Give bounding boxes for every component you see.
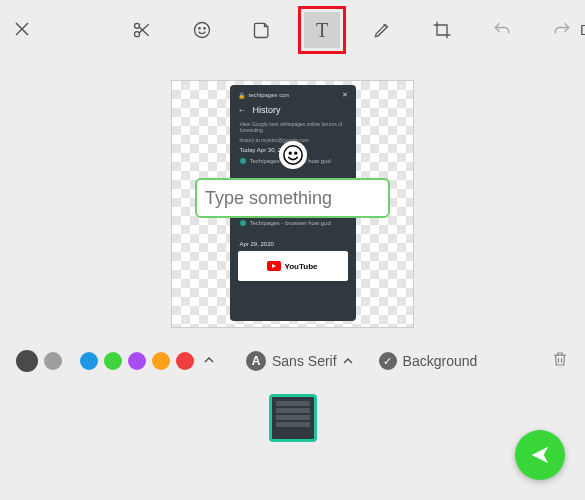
svg-point-7 [199, 28, 200, 29]
undo-icon [492, 20, 512, 40]
text-tool[interactable]: T [304, 12, 340, 48]
editor-canvas[interactable]: 🔒 techipages con ✕ ←History View Google … [171, 80, 414, 328]
background-label: Background [403, 353, 478, 369]
svg-point-11 [294, 152, 296, 154]
image-thumbnail[interactable] [269, 394, 317, 442]
image-date3: Apr 29, 2020 [234, 239, 352, 249]
color-swatch-dark[interactable] [16, 350, 38, 372]
text-style-bar: A Sans Serif ✓ Background [0, 338, 585, 384]
image-close-icon: ✕ [342, 91, 348, 99]
image-blurb1: View Google best whitepages online forum… [234, 119, 352, 135]
image-item2: Techipages - browser how god [250, 220, 331, 226]
background-toggle[interactable]: ✓ Background [379, 352, 478, 370]
toolbar: T Done [0, 0, 585, 60]
crop-tool[interactable] [424, 12, 460, 48]
pencil-icon [372, 20, 392, 40]
svg-point-10 [289, 152, 291, 154]
color-swatch-orange[interactable] [152, 352, 170, 370]
send-icon [529, 444, 551, 466]
undo-button[interactable] [484, 12, 520, 48]
youtube-icon [267, 261, 281, 271]
color-swatch-red[interactable] [176, 352, 194, 370]
close-icon [15, 22, 29, 36]
image-site-label: techipages con [249, 92, 289, 98]
text-input-box[interactable] [195, 178, 390, 218]
trash-icon [551, 350, 569, 368]
smiley-sticker[interactable] [279, 141, 307, 169]
redo-icon [552, 20, 572, 40]
color-swatch-green[interactable] [104, 352, 122, 370]
font-label: Sans Serif [272, 353, 337, 369]
font-icon: A [246, 351, 266, 371]
chevron-up-icon [204, 355, 214, 365]
redo-button[interactable] [544, 12, 580, 48]
canvas-area: 🔒 techipages con ✕ ←History View Google … [0, 60, 585, 338]
chevron-up-icon [343, 356, 353, 366]
draw-tool[interactable] [364, 12, 400, 48]
rounded-sticker-icon [252, 20, 272, 40]
color-swatch-purple[interactable] [128, 352, 146, 370]
thumbnail-strip [0, 384, 585, 452]
lock-icon: 🔒 [238, 92, 245, 99]
send-button[interactable] [515, 430, 565, 480]
smiley-icon [192, 20, 212, 40]
color-more-button[interactable] [200, 354, 218, 368]
color-swatch-blue[interactable] [80, 352, 98, 370]
color-swatch-gray[interactable] [44, 352, 62, 370]
smiley-sticker-icon [282, 144, 304, 166]
svg-point-9 [283, 146, 301, 164]
image-page-header: History [253, 105, 281, 115]
font-selector[interactable]: A Sans Serif [246, 351, 353, 371]
delete-button[interactable] [551, 350, 569, 372]
svg-point-6 [195, 23, 210, 38]
youtube-label: YouTube [284, 262, 317, 271]
svg-point-8 [204, 28, 205, 29]
sticker-tool[interactable] [184, 12, 220, 48]
emoji-tool[interactable] [244, 12, 280, 48]
done-button[interactable]: Done [580, 22, 585, 38]
text-input[interactable] [205, 188, 380, 209]
check-icon: ✓ [379, 352, 397, 370]
cut-tool[interactable] [124, 12, 160, 48]
close-button[interactable] [15, 22, 29, 39]
scissors-icon [132, 20, 152, 40]
crop-icon [432, 20, 452, 40]
text-icon: T [316, 19, 328, 42]
color-palette [16, 350, 218, 372]
